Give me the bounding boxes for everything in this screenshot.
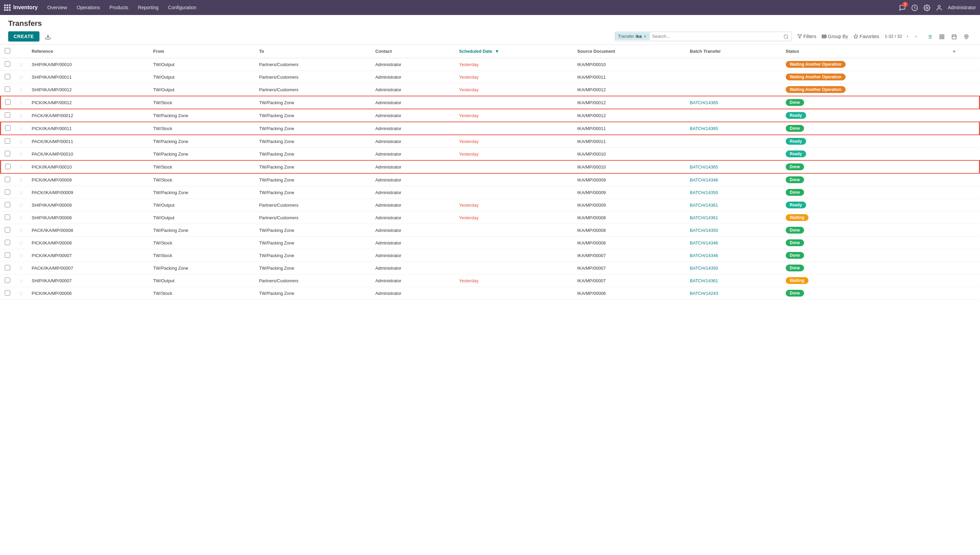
app-logo[interactable]: Inventory — [4, 5, 38, 11]
ref-link[interactable]: SHIP/IKA/MP/00009 — [32, 202, 72, 208]
row-checkbox-cell[interactable] — [1, 274, 15, 287]
star-icon[interactable]: ☆ — [19, 62, 24, 67]
ref-cell[interactable]: PICK/IKA/MP/00011 — [27, 122, 149, 135]
row-checkbox[interactable] — [5, 87, 10, 92]
star-icon[interactable]: ☆ — [19, 215, 24, 221]
col-reference[interactable]: Reference — [27, 45, 149, 58]
ref-cell[interactable]: PACK/IKA/MP/00012 — [27, 109, 149, 122]
batch-cell[interactable] — [686, 148, 781, 161]
batch-cell[interactable]: BATCH/14350 — [686, 262, 781, 274]
batch-link[interactable]: BATCH/14346 — [690, 253, 718, 258]
ref-link[interactable]: SHIP/IKA/MP/00010 — [32, 62, 72, 67]
view-list[interactable] — [924, 32, 935, 41]
batch-cell[interactable]: BATCH/14365 — [686, 96, 781, 109]
star-icon[interactable]: ☆ — [19, 74, 24, 80]
person-icon[interactable] — [936, 4, 943, 11]
ref-link[interactable]: PACK/IKA/MP/00008 — [32, 228, 73, 233]
select-all-checkbox-header[interactable] — [1, 45, 15, 58]
row-checkbox[interactable] — [5, 227, 10, 233]
row-checkbox[interactable] — [5, 252, 10, 258]
star-icon[interactable]: ☆ — [19, 240, 24, 246]
star-icon[interactable]: ☆ — [19, 278, 24, 284]
star-cell[interactable]: ☆ — [14, 109, 27, 122]
row-checkbox-cell[interactable] — [1, 186, 15, 199]
batch-cell[interactable] — [686, 71, 781, 83]
row-checkbox[interactable] — [5, 265, 10, 270]
ref-link[interactable]: SHIP/IKA/MP/00007 — [32, 278, 72, 283]
batch-cell[interactable]: BATCH/14361 — [686, 212, 781, 224]
nav-overview[interactable]: Overview — [43, 3, 71, 12]
user-name[interactable]: Administrator — [948, 5, 976, 10]
ref-link[interactable]: PICK/IKA/MP/00011 — [32, 126, 72, 131]
ref-cell[interactable]: PICK/IKA/MP/00012 — [27, 96, 149, 109]
col-source-document[interactable]: Source Document — [573, 45, 686, 58]
filters-button[interactable]: Filters — [797, 32, 816, 40]
ref-cell[interactable]: PACK/IKA/MP/00009 — [27, 186, 149, 199]
pagination-prev[interactable]: ‹ — [905, 33, 910, 40]
batch-cell[interactable] — [686, 58, 781, 71]
batch-link[interactable]: BATCH/14361 — [690, 202, 718, 208]
download-button[interactable] — [42, 32, 54, 42]
star-icon[interactable]: ☆ — [19, 253, 24, 258]
star-cell[interactable]: ☆ — [14, 71, 27, 83]
row-checkbox-cell[interactable] — [1, 212, 15, 224]
ref-link[interactable]: SHIP/IKA/MP/00008 — [32, 215, 72, 220]
search-input[interactable] — [650, 32, 780, 40]
star-icon[interactable]: ☆ — [19, 100, 24, 106]
ref-cell[interactable]: PACK/IKA/MP/00011 — [27, 135, 149, 148]
ref-link[interactable]: PICK/IKA/MP/00009 — [32, 177, 72, 183]
ref-link[interactable]: SHIP/IKA/MP/00011 — [32, 75, 72, 80]
batch-link[interactable]: BATCH/14350 — [690, 266, 718, 271]
col-status[interactable]: Status — [782, 45, 948, 58]
star-cell[interactable]: ☆ — [14, 160, 27, 173]
batch-cell[interactable]: BATCH/14350 — [686, 186, 781, 199]
ref-cell[interactable]: SHIP/IKA/MP/00011 — [27, 71, 149, 83]
ref-link[interactable]: PACK/IKA/MP/00010 — [32, 151, 73, 157]
ref-link[interactable]: PACK/IKA/MP/00009 — [32, 190, 73, 195]
ref-cell[interactable]: SHIP/IKA/MP/00010 — [27, 58, 149, 71]
star-icon[interactable]: ☆ — [19, 151, 24, 157]
nav-products[interactable]: Products — [106, 3, 133, 12]
row-checkbox[interactable] — [5, 215, 10, 220]
row-checkbox[interactable] — [5, 290, 10, 295]
batch-cell[interactable]: BATCH/14365 — [686, 160, 781, 173]
row-checkbox-cell[interactable] — [1, 122, 15, 135]
star-cell[interactable]: ☆ — [14, 122, 27, 135]
row-checkbox-cell[interactable] — [1, 109, 15, 122]
ref-link[interactable]: PICK/IKA/MP/00012 — [32, 100, 72, 105]
star-icon[interactable]: ☆ — [19, 265, 24, 271]
batch-link[interactable]: BATCH/14361 — [690, 215, 718, 220]
create-button[interactable]: CREATE — [8, 31, 40, 42]
row-checkbox[interactable] — [5, 74, 10, 79]
ref-link[interactable]: PICK/IKA/MP/00007 — [32, 253, 72, 258]
row-checkbox[interactable] — [5, 99, 11, 105]
row-checkbox[interactable] — [5, 61, 10, 67]
row-checkbox-cell[interactable] — [1, 262, 15, 274]
row-checkbox-cell[interactable] — [1, 160, 15, 173]
row-checkbox-cell[interactable] — [1, 249, 15, 262]
star-icon[interactable]: ☆ — [19, 87, 24, 93]
col-from[interactable]: From — [149, 45, 255, 58]
ref-link[interactable]: PICK/IKA/MP/00006 — [32, 291, 72, 296]
ref-link[interactable]: SHIP/IKA/MP/00012 — [32, 87, 72, 92]
row-checkbox[interactable] — [5, 278, 10, 283]
star-cell[interactable]: ☆ — [14, 83, 27, 96]
batch-cell[interactable]: BATCH/14346 — [686, 237, 781, 249]
row-checkbox-cell[interactable] — [1, 173, 15, 186]
row-checkbox-cell[interactable] — [1, 135, 15, 148]
view-calendar[interactable] — [949, 32, 959, 41]
batch-link[interactable]: BATCH/14361 — [690, 278, 718, 283]
star-icon[interactable]: ☆ — [19, 228, 24, 233]
star-cell[interactable]: ☆ — [14, 212, 27, 224]
col-contact[interactable]: Contact — [371, 45, 455, 58]
star-icon[interactable]: ☆ — [19, 113, 24, 119]
view-kanban[interactable] — [937, 32, 947, 41]
ref-link[interactable]: PICK/IKA/MP/00008 — [32, 241, 72, 245]
settings-icon[interactable] — [924, 4, 930, 11]
star-icon[interactable]: ☆ — [19, 164, 24, 170]
ref-cell[interactable]: PACK/IKA/MP/00008 — [27, 224, 149, 237]
row-checkbox-cell[interactable] — [1, 199, 15, 212]
row-checkbox-cell[interactable] — [1, 58, 15, 71]
batch-link[interactable]: BATCH/14365 — [690, 164, 718, 170]
ref-link[interactable]: PACK/IKA/MP/00007 — [32, 266, 73, 271]
